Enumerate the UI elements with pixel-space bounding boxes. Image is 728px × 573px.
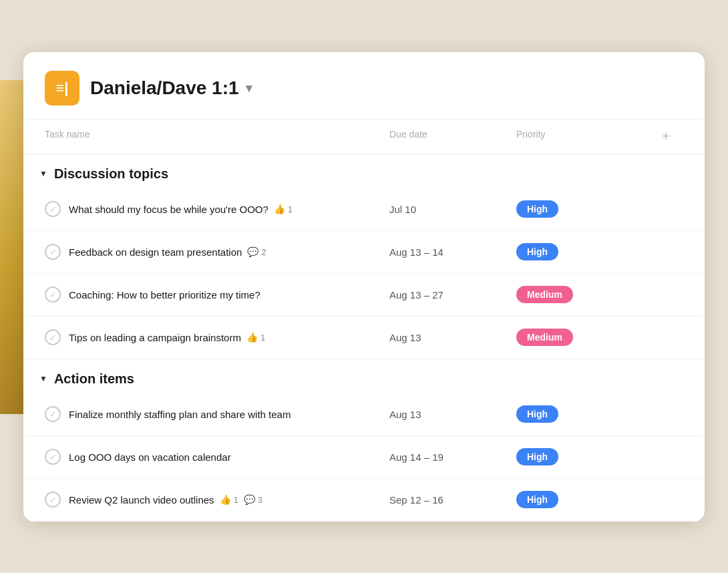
- task-name-cell: ✓ Tips on leading a campaign brainstorm …: [45, 320, 381, 355]
- due-date-cell: Aug 13: [381, 399, 508, 429]
- col-header-task-name: Task name: [45, 120, 381, 154]
- priority-badge[interactable]: Medium: [516, 329, 573, 346]
- comment-count: 3: [258, 495, 262, 505]
- chevron-down-icon[interactable]: ▾: [246, 81, 252, 96]
- reaction-count: 1: [234, 495, 238, 505]
- task-name: Tips on leading a campaign brainstorm 👍 …: [69, 332, 265, 343]
- table-row: ✓ Finalize monthly staffing plan and sha…: [23, 393, 705, 436]
- task-name: What should my focus be while you're OOO…: [69, 204, 293, 215]
- task-check-icon[interactable]: ✓: [45, 406, 61, 422]
- priority-cell: High: [508, 396, 649, 432]
- comment-icon: 💬: [244, 494, 255, 505]
- task-name-cell: ✓ What should my focus be while you're O…: [45, 192, 381, 226]
- add-col-cell: [649, 285, 683, 304]
- section-header-action-items: ▼ Action items: [23, 359, 705, 393]
- page-title: Daniela/Dave 1:1: [90, 77, 239, 99]
- section-title-action-items: Action items: [54, 371, 134, 387]
- section-triangle-discussion-topics[interactable]: ▼: [39, 169, 47, 178]
- reaction-badge[interactable]: 👍 1: [246, 332, 265, 343]
- task-check-icon[interactable]: ✓: [45, 449, 61, 465]
- task-name: Finalize monthly staffing plan and share…: [69, 409, 291, 420]
- task-name-cell: ✓ Log OOO days on vacation calendar: [45, 439, 381, 474]
- add-col-cell: [649, 242, 683, 261]
- table-row: ✓ Tips on leading a campaign brainstorm …: [23, 317, 705, 359]
- task-name: Coaching: How to better prioritize my ti…: [69, 289, 260, 301]
- due-date-cell: Aug 13 – 27: [381, 280, 508, 310]
- section-title-discussion-topics: Discussion topics: [54, 166, 168, 182]
- task-name: Log OOO days on vacation calendar: [69, 451, 231, 463]
- reaction-badge[interactable]: 👍 1: [220, 494, 238, 505]
- add-col-cell: [649, 200, 683, 218]
- priority-badge[interactable]: Medium: [516, 286, 573, 303]
- task-name-cell: ✓ Coaching: How to better prioritize my …: [45, 277, 381, 312]
- thumbs-up-icon: 👍: [220, 494, 231, 505]
- comment-badge[interactable]: 💬 3: [244, 494, 262, 505]
- thumbs-up-icon: 👍: [246, 332, 258, 343]
- comment-badge[interactable]: 💬 2: [247, 246, 266, 257]
- add-col-cell: [649, 405, 683, 423]
- reaction-count: 1: [288, 204, 293, 214]
- table-row: ✓ Review Q2 launch video outlines 👍 1 💬 …: [23, 479, 705, 522]
- col-header-due-date: Due date: [381, 120, 508, 154]
- reaction-badge[interactable]: 👍 1: [274, 204, 293, 214]
- due-date-cell: Aug 13: [381, 323, 508, 353]
- due-date-cell: Aug 13 – 14: [381, 237, 508, 267]
- table-row: ✓ Coaching: How to better prioritize my …: [23, 274, 705, 317]
- priority-badge[interactable]: High: [516, 405, 558, 423]
- doc-icon-text: ≡|: [56, 79, 69, 97]
- column-headers: Task name Due date Priority +: [23, 120, 705, 154]
- priority-cell: Medium: [508, 319, 649, 355]
- due-date-cell: Jul 10: [381, 194, 508, 224]
- priority-cell: High: [508, 191, 649, 227]
- doc-icon: ≡|: [45, 71, 79, 106]
- due-date-cell: Sep 12 – 16: [381, 485, 508, 515]
- task-name-cell: ✓ Finalize monthly staffing plan and sha…: [45, 397, 381, 431]
- priority-cell: High: [508, 482, 649, 518]
- priority-badge[interactable]: High: [516, 200, 558, 218]
- section-header-discussion-topics: ▼ Discussion topics: [23, 154, 705, 188]
- col-header-priority: Priority: [508, 120, 649, 154]
- priority-badge[interactable]: High: [516, 448, 558, 465]
- doc-icon-inner: ≡|: [56, 79, 69, 97]
- header-title: Daniela/Dave 1:1 ▾: [90, 77, 252, 99]
- priority-cell: High: [508, 234, 649, 270]
- sections-container: ▼ Discussion topics ✓ What should my foc…: [23, 154, 705, 522]
- table-row: ✓ Feedback on design team presentation 💬…: [23, 231, 705, 274]
- task-check-icon[interactable]: ✓: [45, 329, 61, 345]
- section-triangle-action-items[interactable]: ▼: [39, 374, 47, 383]
- priority-badge[interactable]: High: [516, 243, 558, 260]
- priority-badge[interactable]: High: [516, 491, 558, 508]
- due-date-cell: Aug 14 – 19: [381, 442, 508, 472]
- table-row: ✓ Log OOO days on vacation calendar Aug …: [23, 436, 705, 479]
- add-col-cell: [649, 490, 683, 509]
- task-name-cell: ✓ Feedback on design team presentation 💬…: [45, 234, 381, 269]
- task-name: Review Q2 launch video outlines 👍 1 💬 3: [69, 494, 262, 506]
- table-row: ✓ What should my focus be while you're O…: [23, 188, 705, 231]
- priority-cell: Medium: [508, 276, 649, 313]
- task-check-icon[interactable]: ✓: [45, 492, 61, 508]
- reaction-count: 1: [260, 333, 265, 343]
- thumbs-up-icon: 👍: [274, 204, 285, 214]
- add-col-cell: [649, 447, 683, 466]
- comment-count: 2: [261, 247, 266, 257]
- add-col-cell: [649, 328, 683, 347]
- main-panel: ≡| Daniela/Dave 1:1 ▾ Task name Due date…: [23, 52, 705, 522]
- task-name-cell: ✓ Review Q2 launch video outlines 👍 1 💬 …: [45, 482, 381, 517]
- task-check-icon[interactable]: ✓: [45, 244, 61, 260]
- header: ≡| Daniela/Dave 1:1 ▾: [23, 52, 705, 120]
- app-container: ≡| Daniela/Dave 1:1 ▾ Task name Due date…: [0, 0, 728, 573]
- task-name: Feedback on design team presentation 💬 2: [69, 246, 266, 258]
- priority-cell: High: [508, 439, 649, 475]
- comment-icon: 💬: [247, 246, 258, 257]
- task-check-icon[interactable]: ✓: [45, 286, 61, 303]
- task-check-icon[interactable]: ✓: [45, 201, 61, 217]
- table-area: Task name Due date Priority + ▼ Discussi…: [23, 120, 705, 522]
- add-column-button[interactable]: +: [649, 120, 683, 154]
